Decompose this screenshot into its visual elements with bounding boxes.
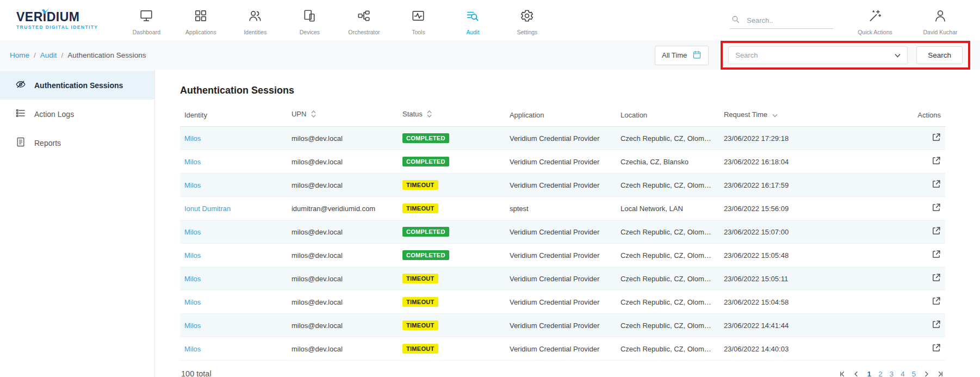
status-badge: TIMEOUT — [402, 274, 438, 283]
brand-name: VERIDIUM — [16, 11, 98, 23]
sort-both-icon — [311, 112, 316, 120]
nav-item-applications[interactable]: Applications — [177, 5, 224, 35]
request-time-cell: 23/06/2022 15:05:48 — [720, 244, 830, 267]
page-2-button[interactable]: 2 — [878, 370, 883, 377]
nav-label: Devices — [300, 29, 320, 35]
user-menu[interactable]: David Kuchar — [917, 5, 964, 35]
breadcrumb-separator: / — [61, 51, 64, 59]
nav-label: Tools — [412, 29, 425, 35]
filter-search-button[interactable]: Search — [916, 46, 963, 64]
time-range-button[interactable]: All Time — [655, 46, 709, 65]
identity-link[interactable]: Milos — [184, 345, 201, 353]
user-name-label: David Kuchar — [923, 29, 957, 35]
open-session-icon[interactable] — [932, 226, 941, 236]
column-header-status[interactable]: Status — [398, 105, 505, 127]
open-session-icon[interactable] — [932, 133, 941, 142]
column-header-identity: Identity — [180, 105, 287, 127]
application-cell: Veridium Credential Provider — [505, 220, 616, 244]
page-3-button[interactable]: 3 — [889, 370, 894, 377]
quick-actions-button[interactable]: Quick Actions — [852, 5, 898, 35]
nav-item-audit[interactable]: Audit — [449, 5, 496, 35]
page-4-button[interactable]: 4 — [901, 370, 905, 377]
nav-item-devices[interactable]: Devices — [286, 5, 333, 35]
table-row: Milos milos@dev.local TIMEOUT Veridium C… — [180, 337, 945, 361]
nav-label: Orchestrator — [348, 29, 380, 35]
open-session-icon[interactable] — [932, 273, 941, 282]
veridium-logo[interactable]: VERIDIUM TRUSTED DIGITAL IDENTITY — [16, 11, 98, 30]
open-session-icon[interactable] — [932, 156, 941, 165]
nav-item-tools[interactable]: Tools — [395, 5, 442, 35]
open-session-icon[interactable] — [932, 343, 941, 353]
page-5-button[interactable]: 5 — [911, 370, 916, 377]
calendar-icon — [692, 50, 702, 61]
identity-link[interactable]: Milos — [184, 158, 201, 166]
identity-link[interactable]: Milos — [184, 251, 201, 259]
column-header-actions: Actions — [830, 105, 945, 127]
location-cell: Czech Republic, CZ, Olomuc.. — [616, 220, 720, 244]
applications-icon — [194, 9, 208, 25]
identity-link[interactable]: Milos — [184, 298, 201, 306]
request-time-cell: 23/06/2022 14:40:03 — [720, 337, 830, 361]
location-cell: Czech Republic, CZ, Olomuc.. — [616, 267, 720, 291]
identity-link[interactable]: Milos — [184, 275, 201, 283]
open-session-icon[interactable] — [932, 180, 941, 189]
status-badge: COMPLETED — [402, 227, 449, 237]
identity-link[interactable]: Milos — [184, 181, 201, 189]
tools-icon — [411, 9, 425, 25]
auth-sessions-icon — [15, 79, 26, 91]
request-time-cell: 23/06/2022 17:29:18 — [720, 127, 830, 150]
status-badge: COMPLETED — [402, 133, 449, 143]
table-row: Milos milos@dev.local TIMEOUT Veridium C… — [180, 314, 945, 337]
brand-tagline: TRUSTED DIGITAL IDENTITY — [16, 25, 98, 30]
nav-item-settings[interactable]: Settings — [504, 5, 550, 35]
upn-cell: milos@dev.local — [287, 174, 398, 197]
chevron-down-icon — [895, 53, 901, 58]
sort-both-icon — [427, 112, 432, 120]
application-cell: Veridium Credential Provider — [505, 267, 616, 291]
page-1-button[interactable]: 1 — [867, 370, 871, 377]
upn-cell: milos@dev.local — [287, 127, 398, 150]
open-session-icon[interactable] — [932, 250, 941, 259]
breadcrumb-home[interactable]: Home — [10, 51, 29, 59]
table-row: Milos milos@dev.local COMPLETED Veridium… — [180, 220, 945, 244]
application-cell: Veridium Credential Provider — [505, 127, 616, 150]
identity-link[interactable]: Milos — [184, 228, 201, 236]
sidebar-item-label: Reports — [34, 139, 61, 147]
upn-cell: milos@dev.local — [287, 314, 398, 337]
sidebar-item-action-logs[interactable]: Action Logs — [0, 100, 154, 128]
filter-search-dropdown[interactable]: Search — [728, 46, 908, 64]
user-icon — [933, 9, 947, 25]
table-row: Milos milos@dev.local TIMEOUT Veridium C… — [180, 291, 945, 314]
application-cell: sptest — [505, 197, 616, 220]
sidebar-item-authentication-sessions[interactable]: Authentication Sessions — [0, 71, 154, 100]
sort-desc-icon — [772, 111, 778, 119]
breadcrumb-audit[interactable]: Audit — [40, 51, 57, 59]
sessions-table-body: Milos milos@dev.local COMPLETED Veridium… — [180, 127, 945, 361]
open-session-icon[interactable] — [932, 296, 941, 306]
request-time-cell: 23/06/2022 16:17:59 — [720, 174, 830, 197]
sidebar-item-label: Action Logs — [34, 110, 74, 119]
sidebar-item-reports[interactable]: Reports — [0, 128, 154, 157]
sidebar: Authentication Sessions Action Logs Repo… — [0, 70, 155, 377]
identity-link[interactable]: Ionut Dumitran — [184, 205, 231, 213]
pagination-pages: 12345 — [867, 370, 916, 377]
next-page-button[interactable] — [923, 370, 930, 377]
open-session-icon[interactable] — [932, 203, 941, 212]
last-page-button[interactable] — [937, 370, 944, 377]
first-page-button[interactable] — [839, 370, 846, 377]
column-header-upn[interactable]: UPN — [287, 105, 398, 127]
request-time-cell: 23/06/2022 15:56:09 — [720, 197, 830, 220]
nav-item-identities[interactable]: Identities — [232, 5, 278, 35]
nav-item-dashboard[interactable]: Dashboard — [123, 5, 170, 35]
upn-cell: idumitran@veridiumid.com — [287, 197, 398, 220]
identity-link[interactable]: Milos — [184, 134, 201, 143]
column-header-request-time[interactable]: Request Time — [720, 105, 830, 127]
identity-link[interactable]: Milos — [184, 322, 201, 330]
nav-item-orchestrator[interactable]: Orchestrator — [340, 5, 387, 35]
time-range-label: All Time — [662, 51, 687, 59]
main-nav: Dashboard Applications Identities Device… — [123, 5, 550, 35]
previous-page-button[interactable] — [853, 370, 860, 377]
open-session-icon[interactable] — [932, 320, 941, 329]
application-cell: Veridium Credential Provider — [505, 174, 616, 197]
global-search-input[interactable] — [746, 16, 822, 25]
